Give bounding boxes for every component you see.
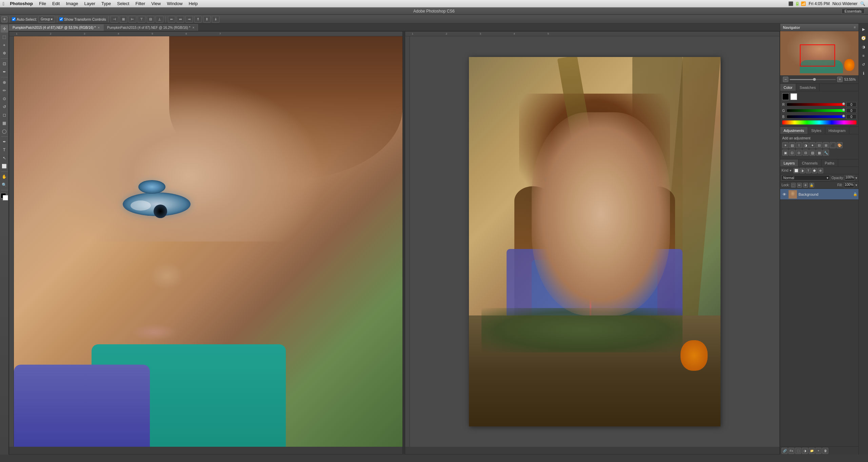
lasso-tool[interactable]: ⌖ <box>1 41 8 49</box>
menu-help[interactable]: Help <box>186 0 200 7</box>
panel-strip-adjustments[interactable]: ◑ <box>860 43 868 51</box>
r-slider[interactable] <box>787 103 845 106</box>
navigator-collapse[interactable]: ≡ <box>854 25 856 29</box>
distribute-left-btn[interactable]: ⇐ <box>168 16 175 23</box>
zoom-thumb[interactable] <box>813 78 816 81</box>
adj-colorlookup-btn[interactable]: ⊡ <box>789 150 795 156</box>
adj-exposure-btn[interactable]: ◑ <box>803 142 809 148</box>
panel-strip-navigator[interactable]: 🧭 <box>860 34 868 42</box>
new-layer-btn[interactable]: + <box>815 448 822 454</box>
color-swatches[interactable] <box>1 193 8 200</box>
gradient-tool[interactable]: ▦ <box>1 119 8 127</box>
adj-brightness-btn[interactable]: ☀ <box>782 142 788 148</box>
filter-smart-btn[interactable]: ⊕ <box>818 168 823 173</box>
eraser-tool[interactable]: ◻ <box>1 111 8 119</box>
adjustments-tab[interactable]: Adjustments <box>780 127 808 134</box>
adj-colorbalance-btn[interactable]: ⊞ <box>823 142 829 148</box>
add-mask-btn[interactable]: ⬚ <box>795 448 801 454</box>
panel-strip-info[interactable]: ℹ <box>860 69 868 77</box>
fill-arrow[interactable]: ▾ <box>855 183 857 187</box>
filter-adjust-btn[interactable]: ◑ <box>800 168 805 173</box>
distribute-center-v-btn[interactable]: ⇕ <box>203 16 211 23</box>
color-spectrum[interactable] <box>782 120 856 124</box>
distribute-right-btn[interactable]: ⇒ <box>185 16 193 23</box>
adj-channelmixer-btn[interactable]: ▣ <box>782 150 788 156</box>
brush-tool[interactable]: ✏ <box>1 87 8 94</box>
opacity-input[interactable]: 100% <box>845 175 855 180</box>
text-tool[interactable]: T <box>1 146 8 154</box>
histogram-tab[interactable]: Histogram <box>825 127 849 134</box>
align-top-btn[interactable]: ⊤ <box>138 16 145 23</box>
new-group-btn[interactable]: 📁 <box>809 448 815 454</box>
menu-image[interactable]: Image <box>63 0 81 7</box>
align-center-v-btn[interactable]: ⊟ <box>147 16 154 23</box>
adj-hsl-btn[interactable]: ⊟ <box>816 142 822 148</box>
crop-tool[interactable]: ⊡ <box>1 60 8 68</box>
lock-move-btn[interactable]: ✛ <box>803 183 808 188</box>
filter-pixel-btn[interactable]: ⬜ <box>793 168 799 173</box>
layer-fx-btn[interactable]: Fx <box>788 448 794 454</box>
clone-tool[interactable]: ⊙ <box>1 95 8 102</box>
r-value[interactable]: 0 <box>846 102 856 107</box>
background-color[interactable] <box>3 195 8 200</box>
zoom-in-btn[interactable]: + <box>837 77 843 82</box>
fill-input[interactable]: 100% <box>844 182 854 188</box>
menu-type[interactable]: Type <box>99 0 114 7</box>
adj-levels-btn[interactable]: ▤ <box>789 142 795 148</box>
menu-bar-search-icon[interactable]: 🔍 <box>860 1 865 6</box>
move-tool[interactable]: ✛ <box>1 25 8 33</box>
auto-select-checkbox[interactable] <box>12 17 16 21</box>
styles-tab[interactable]: Styles <box>808 127 825 134</box>
menu-edit[interactable]: Edit <box>50 0 62 7</box>
adj-selective-color-btn[interactable]: 🔧 <box>823 150 829 156</box>
history-brush-tool[interactable]: ↺ <box>1 103 8 111</box>
menu-layer[interactable]: Layer <box>82 0 98 7</box>
apple-menu[interactable]:  <box>3 1 4 6</box>
g-value[interactable]: 0 <box>846 108 856 113</box>
doc-tab-1-close[interactable]: × <box>192 26 194 30</box>
essentials-button[interactable]: Essentials <box>842 8 865 14</box>
lock-transparent-btn[interactable]: ⬚ <box>791 183 796 188</box>
canvas-content-left[interactable] <box>14 36 402 447</box>
g-slider[interactable] <box>787 109 845 112</box>
distribute-bottom-btn[interactable]: ⇓ <box>212 16 219 23</box>
menu-photoshop[interactable]: Photoshop <box>7 0 36 7</box>
b-value[interactable]: 0 <box>846 114 856 119</box>
opacity-arrow[interactable]: ▾ <box>855 176 857 180</box>
heal-tool[interactable]: ⊕ <box>1 79 8 86</box>
swatches-tab[interactable]: Swatches <box>796 84 820 91</box>
auto-select-type[interactable]: Group ▾ <box>38 16 55 23</box>
lock-paint-btn[interactable]: ✏ <box>797 183 802 188</box>
adj-photofilter-btn[interactable]: 🎨 <box>836 142 843 148</box>
delete-layer-btn[interactable]: 🗑 <box>822 448 828 454</box>
layer-row-background[interactable]: 👁 Background 🔒 <box>780 189 859 200</box>
menu-filter[interactable]: Filter <box>133 0 148 7</box>
nav-view-box[interactable] <box>800 44 835 66</box>
blend-mode-select[interactable]: Normal▾ <box>782 175 830 180</box>
zoom-tool[interactable]: 🔍 <box>1 181 8 189</box>
doc-tab-1[interactable]: PumpkinPatch2015 (4 of 87).NEF @ 16.2% (… <box>103 24 198 31</box>
filter-shape-btn[interactable]: ⬟ <box>812 168 817 173</box>
align-left-btn[interactable]: ⊣ <box>111 16 118 23</box>
adj-gradient-map-btn[interactable]: ▦ <box>816 150 822 156</box>
doc-tab-0-close[interactable]: × <box>98 26 100 30</box>
add-link-btn[interactable]: 🔗 <box>782 448 788 454</box>
panel-strip-layers[interactable]: ≡ <box>860 52 868 60</box>
align-center-h-btn[interactable]: ⊞ <box>120 16 127 23</box>
adj-invert-btn[interactable]: ⊙ <box>796 150 802 156</box>
panel-strip-collapse[interactable]: ▶ <box>860 25 868 33</box>
navigator-preview[interactable] <box>780 31 859 75</box>
new-adj-layer-btn[interactable]: ◑ <box>802 448 808 454</box>
b-slider[interactable] <box>787 115 845 118</box>
shape-tool[interactable]: ⬜ <box>1 162 8 170</box>
marquee-tool[interactable]: ⬚ <box>1 33 8 41</box>
align-right-btn[interactable]: ⊢ <box>129 16 136 23</box>
distribute-center-h-btn[interactable]: ⇔ <box>177 16 184 23</box>
adj-posterize-btn[interactable]: ⊟ <box>803 150 809 156</box>
menu-window[interactable]: Window <box>164 0 185 7</box>
menu-select[interactable]: Select <box>114 0 132 7</box>
eyedropper-tool[interactable]: ✒ <box>1 68 8 76</box>
bg-color-picker[interactable] <box>790 93 797 100</box>
zoom-slider[interactable] <box>790 79 836 80</box>
adj-curves-btn[interactable]: ⌇ <box>796 142 802 148</box>
